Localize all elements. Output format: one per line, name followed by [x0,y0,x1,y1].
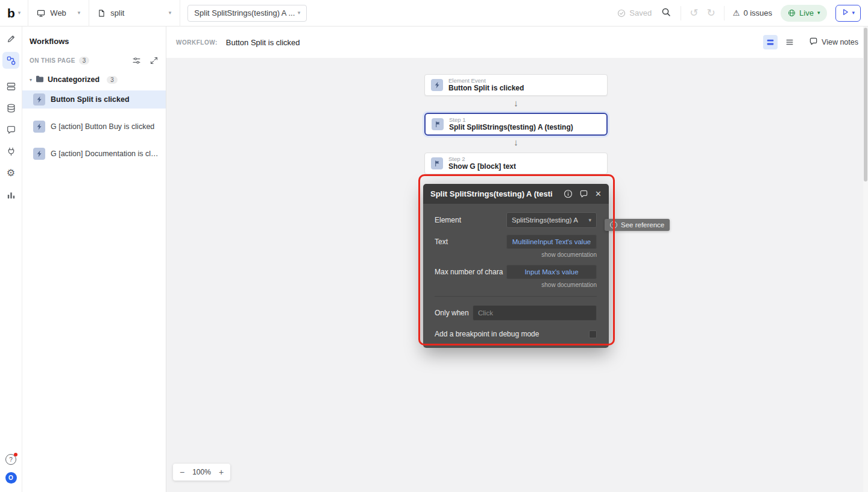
chevron-down-icon: ▾ [588,218,591,223]
see-reference-tooltip[interactable]: ? See reference [605,219,670,231]
canvas-header: WORKFLOW: Button Split is clicked View n… [166,27,868,58]
canvas-body[interactable]: Element Event Button Split is clicked ↓ … [166,58,868,492]
workflow-list-item[interactable]: Button Split is clicked [22,90,166,109]
node-kind: Element Event [448,77,524,84]
element-dropdown[interactable]: SplitStrings(testing) A ▾ [506,212,597,228]
chevron-down-icon: ▾ [817,10,820,16]
components-tab[interactable] [2,78,19,95]
logs-tab[interactable] [2,186,19,203]
workflow-list-item[interactable]: G [action] Documentation is click... [22,145,166,163]
saved-label: Saved [629,8,652,17]
text-row: Text MultilineInput Text's value [435,235,597,249]
on-this-page-section: ON THIS PAGE 3 [22,56,166,65]
element-label: Element [435,216,506,224]
breakpoint-label: Add a breakpoint in debug mode [435,330,589,338]
redo-icon[interactable]: ↻ [706,8,715,18]
popup-title: Split SplitStrings(testing) A (testi [430,189,557,198]
workflow-select[interactable]: Split SplitStrings(testing) A ... ▾ [187,5,307,22]
gear-icon: ⚙ [7,168,15,178]
topbar-right: Saved ↺ ↻ ⚠ 0 issues Live ▾ ▾ [617,0,868,26]
only-when-label: Only when [435,309,473,317]
step-node[interactable]: Step 2 Show G [block] text [424,153,608,174]
workflow-list-item[interactable]: G [action] Button Buy is clicked [22,118,166,136]
text-expression-value: MultilineInput Text's value [512,238,591,245]
popup-header[interactable]: Split SplitStrings(testing) A (testi ✕ [423,184,609,204]
zoom-out-button[interactable]: − [180,468,184,476]
chevron-down-icon: ▾ [169,10,172,16]
workflow-item-label: G [action] Documentation is click... [51,150,160,158]
view-list-toggle[interactable] [782,35,797,49]
preview-button[interactable]: ▾ [835,5,861,22]
view-notes-label: View notes [822,38,858,46]
flag-icon [432,118,444,130]
workflow-icon [6,55,16,66]
plug-icon [6,147,16,157]
live-button[interactable]: Live ▾ [781,5,827,22]
node-kind: Step 1 [449,116,573,124]
divider [724,6,725,20]
show-documentation-link[interactable]: show documentation [435,282,597,288]
page-select-value: split [110,8,124,17]
platform-select[interactable]: Web ▾ [28,0,89,26]
issues-indicator[interactable]: ⚠ 0 issues [733,8,772,17]
workflows-panel: Workflows ON THIS PAGE 3 ▾ Uncategorized… [22,27,166,492]
folder-name: Uncategorized [48,75,99,84]
breakpoint-row: Add a breakpoint in debug mode [435,330,597,338]
database-tab[interactable] [2,99,19,116]
event-node[interactable]: Element Event Button Split is clicked [424,74,608,96]
filter-icon[interactable] [132,56,141,65]
section-count-badge: 3 [79,57,90,65]
bubble-logo-menu[interactable]: b ▾ [0,0,28,26]
workflow-label: WORKFLOW: [176,39,218,46]
breakpoint-checkbox[interactable] [589,330,597,338]
text-expression[interactable]: MultilineInput Text's value [506,235,597,249]
comment-icon[interactable] [579,189,588,198]
zoom-level: 100% [192,468,211,476]
action-properties-popup: Split SplitStrings(testing) A (testi ✕ E… [423,184,609,348]
max-chars-label: Max number of chara [435,268,506,276]
only-when-input[interactable] [473,305,597,321]
node-title: Split SplitStrings(testing) A (testing) [449,123,573,132]
plugins-tab[interactable] [2,143,19,160]
user-avatar[interactable]: O [5,472,17,484]
zoom-control: − 100% + [173,464,230,481]
design-tab[interactable] [2,30,19,47]
undo-icon[interactable]: ↺ [690,8,698,18]
expand-icon[interactable] [149,56,159,65]
scrollbar-thumb[interactable] [864,28,867,181]
search-icon [661,7,671,19]
warning-icon: ⚠ [733,9,740,17]
scrollbar-track[interactable] [863,27,868,492]
settings-tab[interactable]: ⚙ [2,165,19,181]
comment-icon [809,37,818,48]
chevron-down-icon: ▾ [298,10,301,16]
step-node-selected[interactable]: Step 1 Split SplitStrings(testing) A (te… [424,113,608,136]
show-documentation-link[interactable]: show documentation [435,251,597,258]
workflow-select-value: Split SplitStrings(testing) A ... [194,8,295,17]
info-icon[interactable] [564,189,573,198]
workflow-name: Button Split is clicked [226,38,300,47]
workflow-tab[interactable] [2,52,19,69]
topbar: b ▾ Web ▾ split ▾ Split Split [0,0,868,27]
bolt-icon [33,93,45,106]
chat-bubble-icon [6,125,16,135]
folder-uncategorized[interactable]: ▾ Uncategorized 3 [22,74,166,85]
zoom-in-button[interactable]: + [219,468,224,476]
live-label: Live [799,8,814,17]
question-icon: ? [9,456,13,463]
chevron-down-icon: ▾ [78,10,81,16]
check-circle-icon [617,9,626,17]
close-icon[interactable]: ✕ [595,190,602,198]
page-select[interactable]: split ▾ [89,0,180,26]
help-button[interactable]: ? [5,454,16,465]
search-button[interactable] [660,6,672,20]
node-title: Show G [block] text [448,162,516,171]
max-chars-expression[interactable]: Input Max's value [506,265,597,279]
view-notes-button[interactable]: View notes [809,37,858,48]
styles-tab[interactable] [2,121,19,138]
rows-view-icon [766,38,775,46]
divider [180,0,180,27]
node-kind: Step 2 [448,156,516,163]
view-rows-toggle[interactable] [763,35,778,49]
folder-icon [36,74,44,85]
